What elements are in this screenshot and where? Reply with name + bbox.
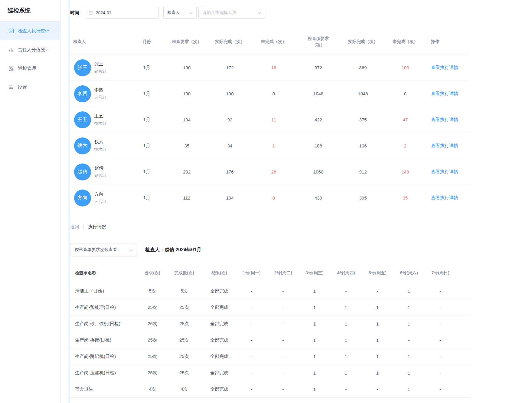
completed-cell: 5次 bbox=[166, 288, 203, 294]
col-header: 检查要求（次） bbox=[166, 39, 207, 45]
day-cell: 1 bbox=[362, 370, 393, 375]
undone-items-cell: 103 bbox=[384, 65, 426, 70]
day-cell: - bbox=[425, 338, 456, 343]
day-cell: - bbox=[236, 387, 267, 392]
col-header: 4号(周四) bbox=[330, 270, 362, 276]
col-header: 6号(周六) bbox=[393, 270, 425, 276]
month-cell: 1月 bbox=[127, 117, 166, 123]
undone-times-cell: 11 bbox=[253, 117, 295, 122]
detail-controls: 按检查单要求次数查看 检查人：赵倩 2024年01月 bbox=[70, 243, 201, 256]
inspector-table-row: 王五 王五 技术部 1月 104 93 11 422 375 47 查看执行详情 bbox=[70, 107, 470, 133]
checklist-name-cell: 清洁工（日检） bbox=[70, 288, 139, 294]
result-cell: 全部完成 bbox=[203, 354, 236, 359]
detail-table-row: 生产岗-摇床(日检) 25次 25次 全部完成 - - 1 1 1 - - bbox=[70, 332, 470, 348]
col-header: 操作 bbox=[426, 39, 470, 45]
sidebar: 巡检系统 检查人执行统计 责任人分值统计 bbox=[0, 0, 60, 403]
page-scrollbar[interactable] bbox=[68, 0, 70, 403]
view-detail-link[interactable]: 查看执行详情 bbox=[431, 117, 458, 122]
col-header: 5号(周五) bbox=[362, 270, 393, 276]
required-times-cell: 202 bbox=[166, 169, 207, 174]
day-cell: - bbox=[267, 354, 299, 359]
undone-times-cell: 0 bbox=[253, 91, 295, 96]
inspector-table-row: 方向 方向 运营部 1月 112 104 8 430 395 35 查看执行详情 bbox=[70, 185, 470, 211]
day-cell: - bbox=[236, 338, 267, 343]
inspector-dept: 运营部 bbox=[94, 95, 106, 100]
day-cell: - bbox=[236, 321, 267, 326]
sidebar-item-label: 责任人分值统计 bbox=[18, 47, 50, 53]
view-detail-link[interactable]: 查看执行详情 bbox=[431, 91, 458, 96]
inspector-dept: 技术部 bbox=[94, 121, 106, 126]
day-cell: - bbox=[393, 338, 425, 343]
undone-items-cell: 148 bbox=[384, 169, 426, 174]
day-cell: - bbox=[425, 370, 456, 375]
view-detail-link[interactable]: 查看执行详情 bbox=[431, 169, 458, 174]
day-cell: 1 bbox=[330, 305, 362, 310]
document-edit-icon bbox=[8, 66, 14, 71]
inspector-dept: 技术部 bbox=[94, 147, 106, 152]
sidebar-item-score-stats[interactable]: 责任人分值统计 bbox=[0, 40, 60, 59]
inspector-dept: 销售部 bbox=[94, 69, 106, 74]
view-detail-link[interactable]: 查看执行详情 bbox=[431, 195, 458, 200]
detail-table-row: 生产岗-跳铝机(日检) 25次 25次 全部完成 - - 1 1 1 1 - bbox=[70, 348, 470, 365]
day-cell: 1 bbox=[299, 370, 330, 375]
detail-table-row: 宿舍卫生 4次 4次 全部完成 - - 1 - - 1 - bbox=[70, 381, 470, 398]
inspector-cell: 李四 李四 运营部 bbox=[70, 85, 127, 102]
required-times-cell: 104 bbox=[166, 117, 207, 122]
inspector-cell: 方向 方向 运营部 bbox=[70, 190, 127, 206]
required-items-cell: 108 bbox=[295, 143, 342, 148]
sidebar-item-settings[interactable]: 设置 bbox=[0, 78, 60, 97]
day-cell: 1 bbox=[393, 321, 425, 326]
done-items-cell: 106 bbox=[342, 143, 384, 148]
view-detail-link[interactable]: 查看执行详情 bbox=[431, 65, 458, 70]
required-items-cell: 430 bbox=[295, 195, 342, 200]
day-cell: - bbox=[330, 289, 362, 294]
day-cell: - bbox=[425, 289, 456, 294]
day-cell: 1 bbox=[393, 289, 425, 294]
undone-items-cell: 35 bbox=[384, 195, 426, 200]
completed-cell: 25次 bbox=[166, 321, 203, 327]
detail-subject: 检查人：赵倩 2024年01月 bbox=[145, 247, 201, 253]
completed-cell: 25次 bbox=[166, 354, 203, 359]
day-cell: - bbox=[267, 321, 299, 326]
done-items-cell: 375 bbox=[342, 117, 384, 122]
required-cell: 25次 bbox=[139, 370, 166, 376]
sidebar-item-inspector-stats[interactable]: 检查人执行统计 bbox=[0, 21, 60, 40]
view-mode-select[interactable]: 按检查单要求次数查看 bbox=[70, 243, 137, 256]
day-cell: 1 bbox=[393, 387, 425, 392]
day-cell: 1 bbox=[393, 370, 425, 375]
day-cell: - bbox=[236, 370, 267, 375]
person-search-placeholder: 请输入或选择人员 bbox=[202, 10, 236, 15]
detail-table-row: 生产岗-砂、铁机(日检) 25次 25次 全部完成 - - 1 1 1 1 - bbox=[70, 316, 470, 332]
person-search-input[interactable]: 请输入或选择人员 bbox=[198, 7, 265, 19]
done-times-cell: 104 bbox=[207, 195, 253, 200]
person-type-select[interactable]: 检查人 bbox=[163, 7, 197, 19]
checklist-name-cell: 生产岗-跳铝机(日检) bbox=[70, 354, 139, 359]
sidebar-item-inspection-mgmt[interactable]: 巡检管理 bbox=[0, 59, 60, 78]
day-cell: - bbox=[425, 305, 456, 310]
vertical-divider bbox=[83, 224, 84, 229]
day-cell: - bbox=[362, 387, 393, 392]
col-header: 3号(周三) bbox=[299, 270, 330, 276]
day-cell: 1 bbox=[299, 354, 330, 359]
month-cell: 1月 bbox=[127, 65, 166, 71]
col-header: 实际完成（次） bbox=[207, 39, 253, 45]
col-header: 检查单名称 bbox=[70, 270, 139, 276]
month-cell: 1月 bbox=[127, 143, 166, 149]
col-header: 未完成（次） bbox=[253, 39, 295, 45]
sliders-icon bbox=[8, 84, 14, 90]
back-link[interactable]: 返回 bbox=[70, 224, 79, 230]
col-header: 2号(周二) bbox=[267, 270, 299, 276]
day-cell: - bbox=[267, 289, 299, 294]
day-cell: - bbox=[267, 387, 299, 392]
month-picker[interactable]: 2024-01 bbox=[85, 7, 159, 19]
col-header: 月份 bbox=[127, 39, 166, 45]
inspector-cell: 王五 王五 技术部 bbox=[70, 111, 127, 128]
col-header: 检查人 bbox=[70, 39, 127, 45]
sidebar-menu: 检查人执行统计 责任人分值统计 巡检管理 bbox=[0, 21, 60, 97]
day-cell: 1 bbox=[362, 338, 393, 343]
inspector-table-row: 张三 张三 销售部 1月 190 172 18 972 869 103 查看执行… bbox=[70, 55, 470, 81]
view-detail-link[interactable]: 查看执行详情 bbox=[431, 143, 458, 148]
completed-cell: 25次 bbox=[166, 337, 203, 343]
day-cell: 1 bbox=[362, 354, 393, 359]
inspector-table-row: 赵倩 赵倩 销售部 1月 202 176 26 1060 912 148 查看执… bbox=[70, 159, 470, 185]
